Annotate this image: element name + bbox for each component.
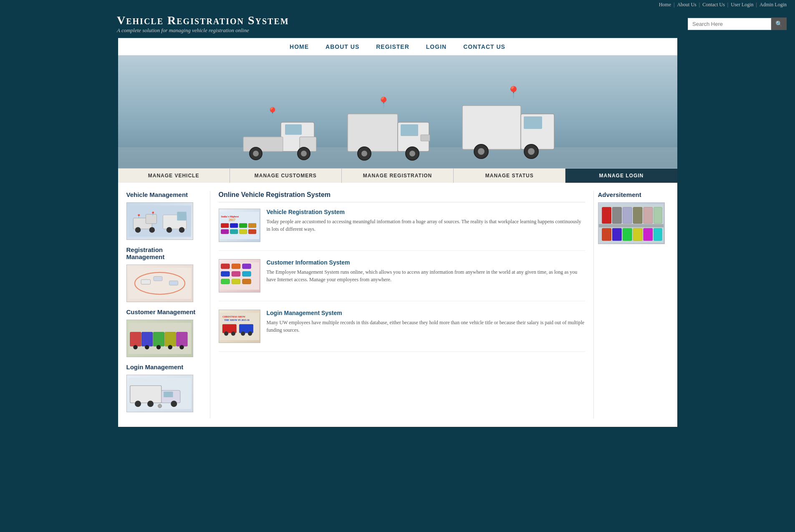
svg-rect-82 (232, 279, 240, 284)
svg-point-16 (361, 151, 367, 156)
svg-point-52 (156, 345, 161, 350)
tab-manage-status[interactable]: MANAGE STATUS (454, 169, 565, 183)
svg-rect-72 (240, 229, 247, 234)
search-button[interactable]: 🔍 (771, 18, 787, 30)
svg-rect-49 (176, 332, 187, 346)
svg-rect-14 (421, 135, 430, 141)
svg-rect-3 (285, 124, 302, 135)
sidebar-customer-management: Customer Management (126, 308, 202, 357)
article-lms-img: CHRISTMAS SHOW THE SHOW IN 2015-16 (219, 310, 260, 343)
nav-contact[interactable]: CONTACT US (463, 43, 505, 50)
svg-rect-102 (613, 228, 622, 240)
svg-rect-69 (248, 223, 256, 227)
site-subtitle: A complete solution for managing vehicle… (117, 27, 289, 34)
sidebar-customer-title: Customer Management (126, 308, 202, 315)
search-input[interactable] (688, 18, 771, 30)
nav-login[interactable]: LOGIN (426, 43, 447, 50)
svg-point-18 (409, 151, 415, 156)
svg-point-38 (179, 227, 184, 233)
svg-point-59 (135, 401, 141, 407)
svg-text:India's Highest: India's Highest (221, 214, 239, 217)
sep4: | (756, 2, 757, 8)
article-lms-heading: Login Management System (267, 310, 585, 316)
center-title: Online Vehicle Registration System (219, 191, 585, 202)
svg-rect-80 (242, 271, 251, 276)
article-lms-svg: CHRISTMAS SHOW THE SHOW IN 2015-16 (220, 311, 259, 342)
topbar-contact-link[interactable]: Contact Us (702, 2, 725, 8)
article-cis: Customer Information System The Employee… (219, 259, 585, 301)
svg-rect-41 (141, 280, 151, 284)
article-cis-img (219, 259, 260, 292)
svg-rect-43 (169, 281, 178, 285)
article-vrs-svg: India's Highest 2017 (220, 210, 259, 241)
svg-rect-90 (240, 324, 253, 333)
svg-text:THE SHOW IN 2015-16: THE SHOW IN 2015-16 (224, 318, 250, 321)
article-vrs: India's Highest 2017 Vehicle Reg (219, 209, 585, 251)
article-lms-text: Login Management System Many UW employee… (267, 310, 585, 343)
sidebar-login-img (126, 375, 193, 412)
svg-rect-66 (221, 223, 229, 227)
sidebar-registration-management: Registration Management (126, 246, 202, 302)
site-name: Vehicle Registration System (117, 14, 289, 27)
svg-point-92 (248, 331, 252, 335)
svg-rect-73 (248, 229, 256, 234)
right-sidebar-title: Adversitement (598, 191, 669, 198)
article-cis-heading: Customer Information System (267, 259, 585, 266)
hero-illustration: 📍 📍 (118, 55, 677, 168)
svg-point-26 (528, 148, 535, 155)
svg-rect-67 (230, 223, 238, 227)
svg-point-88 (224, 331, 228, 335)
tab-manage-customers[interactable]: MANAGE CUSTOMERS (230, 169, 342, 183)
svg-rect-100 (599, 224, 664, 227)
tab-bar: MANAGE VEHICLE MANAGE CUSTOMERS MANAGE R… (118, 168, 677, 183)
nav-home[interactable]: HOME (290, 43, 309, 50)
sep1: | (674, 2, 674, 8)
article-vrs-img: India's Highest 2017 (219, 209, 260, 242)
svg-text:📍: 📍 (266, 106, 279, 119)
svg-rect-101 (602, 228, 611, 240)
tab-manage-registration[interactable]: MANAGE REGISTRATION (342, 169, 454, 183)
article-lms: CHRISTMAS SHOW THE SHOW IN 2015-16 Login… (219, 310, 585, 352)
topbar-home-link[interactable]: Home (659, 2, 671, 8)
svg-rect-20 (462, 106, 521, 149)
svg-rect-47 (153, 332, 164, 346)
svg-rect-76 (232, 264, 240, 269)
sidebar-customer-img (126, 320, 193, 357)
tab-manage-vehicle[interactable]: MANAGE VEHICLE (118, 169, 230, 183)
topbar-userlogin-link[interactable]: User Login (731, 2, 753, 8)
svg-point-89 (231, 331, 235, 335)
svg-rect-68 (240, 223, 247, 227)
svg-text:📍: 📍 (506, 86, 521, 99)
svg-rect-11 (348, 114, 398, 151)
top-bar: Home | About Us | Contact Us | User Logi… (0, 0, 795, 10)
svg-text:📍: 📍 (136, 214, 141, 219)
svg-point-9 (301, 151, 307, 156)
sidebar-vehicle-title: Vehicle Management (126, 191, 202, 198)
svg-point-7 (253, 151, 259, 156)
sidebar-registration-img (126, 265, 193, 302)
svg-rect-99 (654, 207, 662, 223)
svg-rect-96 (623, 207, 632, 223)
article-cis-body: The Employee Management System runs onli… (267, 268, 585, 283)
svg-rect-94 (602, 207, 611, 223)
svg-rect-83 (242, 279, 251, 284)
sep3: | (727, 2, 728, 8)
topbar-adminlogin-link[interactable]: Admin Login (760, 2, 787, 8)
hero-banner: 📍 📍 (118, 55, 677, 168)
nav-about[interactable]: ABOUT US (326, 43, 359, 50)
svg-rect-13 (401, 124, 418, 136)
article-vrs-text: Vehicle Registration System Today people… (267, 209, 585, 242)
svg-rect-104 (633, 228, 642, 240)
svg-text:2017: 2017 (229, 218, 235, 222)
svg-rect-103 (623, 228, 632, 240)
svg-point-37 (166, 227, 172, 233)
sidebar-vehicle-management: Vehicle Management 📍 📍 (126, 191, 202, 240)
nav-register[interactable]: REGISTER (376, 43, 409, 50)
svg-rect-97 (633, 207, 642, 223)
article-cis-text: Customer Information System The Employee… (267, 259, 585, 292)
svg-point-61 (171, 401, 177, 407)
login-svg (129, 377, 191, 410)
topbar-about-link[interactable]: About Us (677, 2, 696, 8)
tab-manage-login[interactable]: MANAGE LOGIN (565, 169, 677, 183)
main-nav: HOME ABOUT US REGISTER LOGIN CONTACT US (118, 38, 677, 55)
